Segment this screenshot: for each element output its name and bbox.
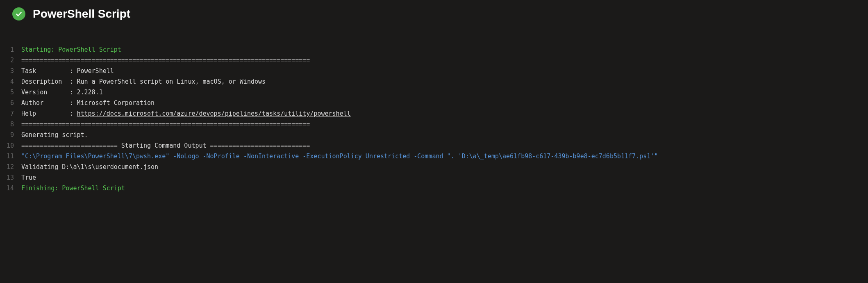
line-number: 6 xyxy=(0,98,21,108)
log-line: 7Help : https://docs.microsoft.com/azure… xyxy=(0,108,868,119)
log-line: 2=======================================… xyxy=(0,55,868,66)
task-header: PowerShell Script xyxy=(0,0,868,28)
log-line: 8=======================================… xyxy=(0,119,868,130)
line-number: 5 xyxy=(0,87,21,98)
log-line: 10========================== Starting Co… xyxy=(0,140,868,151)
line-content: Validating D:\a\1\s\userdocument.json xyxy=(21,162,158,172)
line-number: 12 xyxy=(0,162,21,172)
log-output: 1Starting: PowerShell Script2===========… xyxy=(0,28,868,194)
line-number: 3 xyxy=(0,66,21,76)
line-number: 9 xyxy=(0,130,21,140)
line-number: 2 xyxy=(0,55,21,66)
line-content: ========================================… xyxy=(21,119,310,130)
log-line: 5Version : 2.228.1 xyxy=(0,87,868,98)
line-content: ========================== Starting Comm… xyxy=(21,140,310,151)
line-content: Generating script. xyxy=(21,130,88,140)
log-line: 13True xyxy=(0,172,868,183)
line-number: 10 xyxy=(0,140,21,151)
line-content: Version : 2.228.1 xyxy=(21,87,103,98)
line-content: Description : Run a PowerShell script on… xyxy=(21,76,266,87)
line-content: True xyxy=(21,172,36,183)
task-title: PowerShell Script xyxy=(33,7,130,21)
line-number: 8 xyxy=(0,119,21,130)
line-content: "C:\Program Files\PowerShell\7\pwsh.exe"… xyxy=(21,151,658,162)
help-link[interactable]: https://docs.microsoft.com/azure/devops/… xyxy=(77,110,350,117)
line-number: 14 xyxy=(0,183,21,194)
line-content: Help : https://docs.microsoft.com/azure/… xyxy=(21,108,351,119)
line-number: 13 xyxy=(0,172,21,183)
log-line: 3Task : PowerShell xyxy=(0,66,868,76)
line-content: Task : PowerShell xyxy=(21,66,114,76)
line-content: ========================================… xyxy=(21,55,310,66)
log-line: 1Starting: PowerShell Script xyxy=(0,44,868,55)
log-line: 6Author : Microsoft Corporation xyxy=(0,98,868,108)
line-content: Finishing: PowerShell Script xyxy=(21,183,125,194)
success-icon xyxy=(12,7,25,21)
line-number: 7 xyxy=(0,108,21,119)
log-line: 4Description : Run a PowerShell script o… xyxy=(0,76,868,87)
log-line: 14Finishing: PowerShell Script xyxy=(0,183,868,194)
line-content: Author : Microsoft Corporation xyxy=(21,98,155,108)
line-content: Starting: PowerShell Script xyxy=(21,44,121,55)
line-number: 11 xyxy=(0,151,21,162)
log-line: 11"C:\Program Files\PowerShell\7\pwsh.ex… xyxy=(0,151,868,162)
log-line: 9Generating script. xyxy=(0,130,868,140)
log-line: 12Validating D:\a\1\s\userdocument.json xyxy=(0,162,868,172)
line-number: 1 xyxy=(0,44,21,55)
line-number: 4 xyxy=(0,76,21,87)
